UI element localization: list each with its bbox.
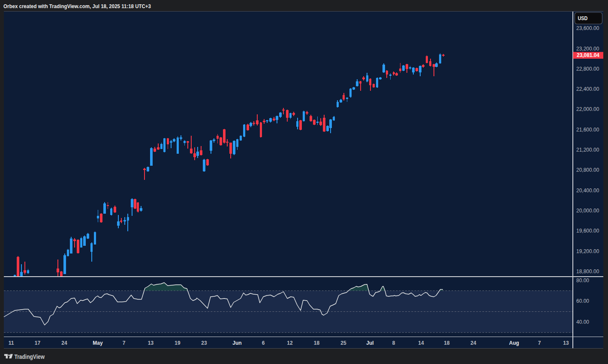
svg-text:7: 7 bbox=[538, 340, 541, 346]
svg-text:8: 8 bbox=[392, 340, 395, 346]
svg-text:24: 24 bbox=[61, 340, 67, 346]
svg-text:18: 18 bbox=[444, 340, 450, 346]
svg-text:21,200.00: 21,200.00 bbox=[576, 147, 599, 153]
svg-text:13: 13 bbox=[148, 340, 154, 346]
svg-text:23: 23 bbox=[201, 340, 207, 346]
svg-text:14: 14 bbox=[418, 340, 424, 346]
svg-text:6: 6 bbox=[262, 340, 265, 346]
svg-text:19: 19 bbox=[175, 340, 181, 346]
svg-text:23,600.00: 23,600.00 bbox=[576, 25, 599, 31]
svg-text:25: 25 bbox=[340, 340, 346, 346]
svg-text:7: 7 bbox=[123, 340, 126, 346]
svg-text:Aug: Aug bbox=[509, 340, 519, 346]
svg-text:23,200.00: 23,200.00 bbox=[576, 46, 599, 52]
svg-text:22,000.00: 22,000.00 bbox=[576, 106, 599, 112]
svg-text:22,800.00: 22,800.00 bbox=[576, 66, 599, 72]
svg-text:May: May bbox=[93, 340, 103, 346]
svg-text:18,800.00: 18,800.00 bbox=[576, 269, 599, 274]
svg-text:USD: USD bbox=[578, 15, 588, 21]
svg-text:22,400.00: 22,400.00 bbox=[576, 86, 599, 92]
svg-text:20,000.00: 20,000.00 bbox=[576, 208, 599, 214]
svg-text:80.00: 80.00 bbox=[576, 277, 589, 283]
svg-text:40.00: 40.00 bbox=[576, 319, 589, 325]
svg-text:20,400.00: 20,400.00 bbox=[576, 188, 599, 194]
svg-text:Jun: Jun bbox=[232, 340, 241, 346]
svg-text:60.00: 60.00 bbox=[576, 298, 589, 304]
svg-text:TradingView: TradingView bbox=[15, 353, 45, 360]
svg-text:Jul: Jul bbox=[366, 340, 373, 346]
svg-text:20,800.00: 20,800.00 bbox=[576, 167, 599, 173]
svg-text:19,200.00: 19,200.00 bbox=[576, 248, 599, 254]
svg-text:11: 11 bbox=[9, 340, 14, 346]
svg-text:23,081.04: 23,081.04 bbox=[577, 52, 599, 58]
svg-text:13: 13 bbox=[563, 340, 569, 346]
svg-text:19,600.00: 19,600.00 bbox=[576, 228, 599, 234]
svg-text:12: 12 bbox=[287, 340, 293, 346]
svg-text:21,600.00: 21,600.00 bbox=[576, 127, 599, 133]
svg-text:17: 17 bbox=[35, 340, 41, 346]
svg-text:Orbex created with TradingView: Orbex created with TradingView.com, Jul … bbox=[3, 3, 151, 9]
svg-text:18: 18 bbox=[314, 340, 320, 346]
svg-text:24: 24 bbox=[470, 340, 476, 346]
